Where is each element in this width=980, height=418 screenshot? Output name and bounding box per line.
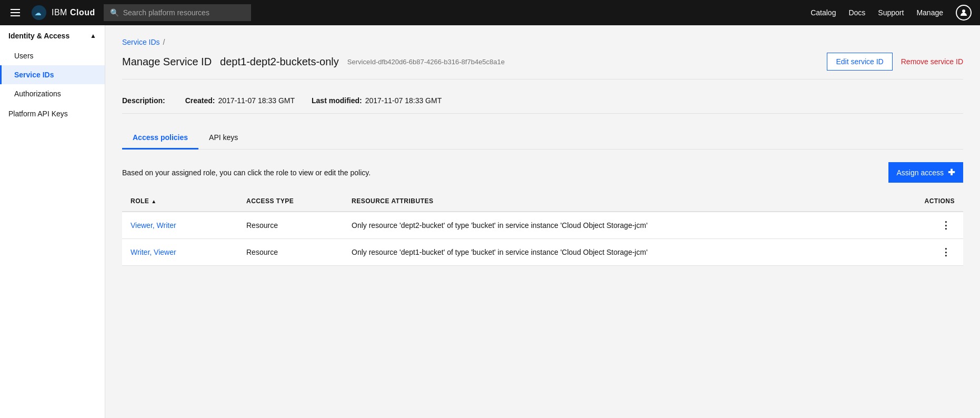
plus-icon: ✚ bbox=[948, 167, 955, 177]
main-content: Service IDs / Manage Service ID dept1-de… bbox=[105, 25, 980, 418]
sidebar-item-service-ids[interactable]: Service IDs bbox=[0, 65, 105, 84]
table-row: Viewer, Writer Resource Only resource 'd… bbox=[122, 212, 963, 239]
sidebar-item-users[interactable]: Users bbox=[0, 46, 105, 65]
table-row: Writer, Viewer Resource Only resource 'd… bbox=[122, 239, 963, 266]
search-icon: 🔍 bbox=[110, 8, 119, 17]
sidebar-section-identity: Identity & Access ▲ Users Service IDs Au… bbox=[0, 25, 105, 103]
th-actions: ACTIONS bbox=[916, 191, 964, 212]
logo-text: IBM Cloud bbox=[52, 8, 95, 17]
access-type-cell-1: Resource bbox=[238, 212, 343, 239]
docs-link[interactable]: Docs bbox=[848, 8, 865, 17]
edit-service-id-button[interactable]: Edit service ID bbox=[827, 53, 892, 71]
actions-cell-1: ⋮ bbox=[916, 212, 964, 239]
meta-modified: Last modified: 2017-11-07 18:33 GMT bbox=[312, 96, 442, 105]
svg-point-2 bbox=[962, 9, 965, 13]
page-header: Manage Service ID dept1-dept2-buckets-on… bbox=[122, 53, 963, 79]
actions-cell-2: ⋮ bbox=[916, 239, 964, 266]
resource-attr-cell-2: Only resource 'dept1-bucket' of type 'bu… bbox=[343, 239, 916, 266]
user-avatar[interactable] bbox=[956, 5, 972, 21]
sidebar: Identity & Access ▲ Users Service IDs Au… bbox=[0, 25, 105, 418]
modified-label: Last modified: bbox=[312, 96, 362, 105]
assign-access-label: Assign access bbox=[897, 168, 944, 177]
meta-info: Description: Created: 2017-11-07 18:33 G… bbox=[122, 88, 963, 114]
support-link[interactable]: Support bbox=[878, 8, 904, 17]
sidebar-item-platform-api-keys[interactable]: Platform API Keys bbox=[0, 103, 105, 124]
tabs: Access policies API keys bbox=[122, 126, 963, 150]
header-actions: Edit service ID Remove service ID bbox=[827, 53, 963, 71]
chevron-up-icon: ▲ bbox=[90, 32, 96, 39]
page-title-group: Manage Service ID dept1-dept2-buckets-on… bbox=[122, 56, 505, 68]
table-description: Based on your assigned role, you can cli… bbox=[122, 168, 371, 177]
manage-link[interactable]: Manage bbox=[916, 8, 943, 17]
table-body: Viewer, Writer Resource Only resource 'd… bbox=[122, 212, 963, 266]
sidebar-section-title: Identity & Access bbox=[8, 32, 69, 40]
breadcrumb-service-ids[interactable]: Service IDs bbox=[122, 38, 160, 46]
search-bar[interactable]: 🔍 bbox=[104, 4, 251, 21]
created-label: Created: bbox=[185, 96, 215, 105]
overflow-menu-1[interactable]: ⋮ bbox=[937, 218, 955, 233]
breadcrumb: Service IDs / bbox=[122, 38, 963, 46]
th-access-type: ACCESS TYPE bbox=[238, 191, 343, 212]
catalog-link[interactable]: Catalog bbox=[811, 8, 836, 17]
role-cell-2: Writer, Viewer bbox=[122, 239, 238, 266]
role-link-1[interactable]: Viewer, Writer bbox=[131, 221, 176, 230]
breadcrumb-separator: / bbox=[163, 38, 165, 46]
meta-description: Description: bbox=[122, 96, 168, 105]
hamburger-menu[interactable] bbox=[8, 7, 22, 18]
table-header-row: Based on your assigned role, you can cli… bbox=[122, 162, 963, 183]
role-link-2[interactable]: Writer, Viewer bbox=[131, 248, 176, 256]
service-id-text: ServiceId-dfb420d6-6b87-4266-b316-8f7b4e… bbox=[347, 58, 505, 66]
role-cell-1: Viewer, Writer bbox=[122, 212, 238, 239]
search-input[interactable] bbox=[123, 8, 245, 17]
ibm-logo-icon: ☁ bbox=[31, 4, 47, 21]
created-value: 2017-11-07 18:33 GMT bbox=[218, 96, 295, 105]
ibm-logo: ☁ IBM Cloud bbox=[31, 4, 95, 21]
top-navigation: ☁ IBM Cloud 🔍 Catalog Docs Support Manag… bbox=[0, 0, 980, 25]
remove-service-id-button[interactable]: Remove service ID bbox=[901, 53, 963, 70]
modified-value: 2017-11-07 18:33 GMT bbox=[365, 96, 442, 105]
top-nav-right: Catalog Docs Support Manage bbox=[811, 5, 972, 21]
resource-attr-cell-1: Only resource 'dept2-bucket' of type 'bu… bbox=[343, 212, 916, 239]
overflow-menu-2[interactable]: ⋮ bbox=[937, 245, 955, 260]
th-resource-attributes: RESOURCE ATTRIBUTES bbox=[343, 191, 916, 212]
table-head: ROLE ▲ ACCESS TYPE RESOURCE ATTRIBUTES A… bbox=[122, 191, 963, 212]
access-policies-table: ROLE ▲ ACCESS TYPE RESOURCE ATTRIBUTES A… bbox=[122, 191, 963, 266]
svg-text:☁: ☁ bbox=[35, 9, 41, 17]
tab-api-keys[interactable]: API keys bbox=[198, 127, 248, 150]
meta-created: Created: 2017-11-07 18:33 GMT bbox=[185, 96, 295, 105]
table-header-row-el: ROLE ▲ ACCESS TYPE RESOURCE ATTRIBUTES A… bbox=[122, 191, 963, 212]
description-label: Description: bbox=[122, 96, 165, 105]
sidebar-item-authorizations[interactable]: Authorizations bbox=[0, 84, 105, 103]
service-name: dept1-dept2-buckets-only bbox=[220, 56, 339, 68]
assign-access-button[interactable]: Assign access ✚ bbox=[888, 162, 963, 183]
th-role[interactable]: ROLE ▲ bbox=[122, 191, 238, 212]
access-type-cell-2: Resource bbox=[238, 239, 343, 266]
sort-icon: ▲ bbox=[151, 198, 156, 204]
page-title: Manage Service ID bbox=[122, 56, 212, 68]
sidebar-section-header-identity[interactable]: Identity & Access ▲ bbox=[0, 25, 105, 46]
tab-access-policies[interactable]: Access policies bbox=[122, 127, 198, 150]
